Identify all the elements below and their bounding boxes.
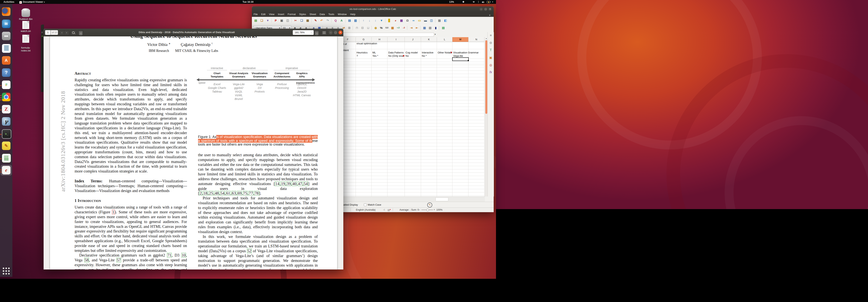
menu-insert[interactable]: Insert — [276, 12, 286, 16]
increase-indent-icon[interactable]: ⇥ — [409, 26, 414, 30]
dock-item-thunderbird[interactable]: ✉ — [0, 20, 12, 30]
freeze-rows-icon[interactable]: ◫ — [429, 18, 434, 23]
menu-file[interactable]: File — [252, 12, 259, 16]
cell-H3[interactable]: Yes * — [372, 54, 378, 58]
menu-format[interactable]: Format — [286, 12, 298, 16]
cell-M3[interactable]: Vega-lite — [453, 54, 463, 58]
calc-horizontal-scrollbar[interactable] — [436, 197, 448, 201]
search-button[interactable] — [71, 30, 76, 35]
autofilter-icon[interactable]: ▼ — [379, 18, 384, 23]
sort-icon[interactable]: ↕ — [373, 18, 378, 23]
background-color-icon[interactable]: ▮ — [433, 26, 438, 30]
clock[interactable]: Tue 16:30 — [243, 0, 254, 3]
format-currency-icon[interactable]: ◉ — [373, 26, 378, 30]
insert-comment-icon[interactable]: ▭ — [417, 18, 422, 23]
paste-icon[interactable]: ▩ — [305, 18, 310, 23]
styles-icon[interactable]: T — [488, 48, 494, 52]
dock-item-firefox[interactable] — [0, 7, 12, 18]
cell-K3[interactable]: No * — [421, 54, 427, 58]
cell-K2[interactable]: Interactive — [421, 51, 433, 54]
selection-mode-icon[interactable]: ▫I — [383, 208, 385, 211]
format-date-icon[interactable]: ▦ — [390, 26, 395, 30]
bluetooth-icon[interactable]: ᛒ — [478, 0, 479, 3]
cell-I2[interactable]: Data Patterns — [388, 51, 404, 54]
formula-bar-expand-icon[interactable]: ▼ — [434, 33, 436, 35]
add-decimal-icon[interactable]: +.0 — [396, 26, 401, 30]
desktop-icon-watch-on[interactable]: watch.on — [18, 21, 34, 33]
navigator-icon[interactable]: ◎ — [488, 63, 494, 67]
menu-tools[interactable]: Tools — [327, 12, 336, 16]
clone-formatting-icon[interactable]: ✎ — [313, 18, 318, 23]
cell-J3[interactable]: No — [405, 54, 409, 58]
insert-chart-icon[interactable]: ▊ — [387, 18, 392, 23]
menu-styles[interactable]: Styles — [298, 12, 308, 16]
dock-item-libreoffice-calc[interactable] — [0, 154, 12, 164]
calc-titlebar[interactable]: vis-tool-comparison.ods - LibreOffice Ca… — [252, 6, 494, 12]
copy-icon[interactable]: ❏ — [299, 18, 304, 23]
new-document-icon[interactable]: ▤ — [253, 18, 258, 23]
sort-descending-icon[interactable]: ↓ — [367, 18, 372, 23]
chevron-down-icon[interactable]: ▾ — [492, 0, 493, 3]
find-and-replace-icon[interactable]: ✎ — [427, 202, 432, 207]
menu-edit[interactable]: Edit — [259, 12, 267, 16]
column-header-H[interactable]: H — [372, 37, 388, 42]
cell-G1[interactable]: visual optimisation — [356, 42, 377, 45]
page-number-input[interactable]: 1 — [45, 30, 51, 35]
next-page-button[interactable]: › — [64, 30, 69, 35]
volume-muted-icon[interactable]: ◀✕ — [482, 0, 485, 4]
format-number-icon[interactable]: 0.0 — [384, 26, 389, 30]
calc-minimize-button[interactable]: – — [479, 7, 483, 11]
sidebar-toggle-icon[interactable]: ◧ — [443, 18, 448, 23]
cell-L2[interactable]: Other Notable — [437, 51, 452, 54]
align-bottom-icon[interactable]: ⊔ — [366, 26, 370, 30]
dock-item-zotero[interactable]: Z — [0, 105, 12, 115]
column-header-K[interactable]: K — [421, 37, 437, 42]
cell-M2[interactable]: Visualisation Grammar — [453, 51, 478, 54]
spelling-icon[interactable]: A — [339, 18, 344, 23]
vertical-scrollbar-thumb[interactable] — [485, 40, 487, 114]
fit-page-button[interactable] — [314, 30, 319, 35]
merge-cells-icon[interactable]: ⊞ — [347, 26, 352, 30]
column-header-M[interactable]: M — [453, 37, 468, 42]
open-icon[interactable]: ❏ — [259, 18, 264, 23]
column-header-J[interactable]: J — [405, 37, 421, 42]
undo-icon[interactable]: ↶ — [319, 18, 324, 23]
menu-window[interactable]: Window — [336, 12, 348, 16]
insert-row-icon[interactable]: ▤ — [347, 18, 352, 23]
pdf-headerbar[interactable]: 1 of 10 ‹ › Dibia and Demiralp - 2018 - … — [43, 29, 343, 37]
find-replace-icon[interactable]: Q — [333, 18, 338, 23]
zoom-percent[interactable]: 100% — [436, 208, 442, 211]
column-header-L[interactable]: L — [437, 37, 453, 42]
previous-page-button[interactable]: ‹ — [60, 30, 64, 35]
special-character-icon[interactable]: Ω — [405, 18, 410, 23]
menu-button[interactable] — [321, 30, 327, 35]
cell-G3[interactable]: ? — [356, 54, 358, 58]
menu-sheet[interactable]: Sheet — [308, 12, 318, 16]
cell-I3[interactable]: No (Only exam — [388, 54, 404, 58]
print-preview-icon[interactable]: ◫ — [285, 18, 290, 23]
document-modified-icon[interactable]: ▤* — [388, 208, 391, 211]
cut-icon[interactable]: ✂ — [293, 18, 298, 23]
headers-footers-icon[interactable]: ▬ — [423, 18, 428, 23]
statusbar-language[interactable]: English (Australia) — [356, 208, 375, 211]
format-percent-icon[interactable]: % — [379, 26, 383, 30]
dock-item-terminal[interactable]: >_ — [0, 129, 12, 139]
calc-maximize-button[interactable]: ▢ — [484, 7, 487, 11]
export-pdf-icon[interactable]: P — [273, 18, 278, 23]
scroll-up-arrow-icon[interactable]: ▲ — [485, 37, 488, 40]
hyperlink-icon[interactable]: ∞ — [411, 18, 416, 23]
zoom-in-button[interactable]: + — [434, 208, 435, 211]
dock-item-document-viewer[interactable]: e — [0, 166, 12, 176]
match-case-checkbox[interactable] — [364, 203, 367, 206]
calc-close-button[interactable]: ✕ — [489, 7, 492, 11]
sidebar-settings-icon[interactable]: ≡ — [488, 34, 494, 37]
dock-item-libreoffice-writer[interactable] — [0, 44, 12, 54]
menu-view[interactable]: View — [267, 12, 276, 16]
pdf-minimize-button[interactable]: – — [329, 31, 333, 34]
wifi-icon[interactable] — [472, 1, 475, 3]
selected-cell-M4[interactable] — [452, 57, 469, 61]
cell-H2[interactable]: ML — [372, 51, 376, 54]
column-header-N[interactable]: N — [468, 37, 485, 42]
redo-icon[interactable]: ↷ — [325, 18, 330, 23]
dock-item-notes[interactable]: ✎ — [0, 141, 12, 152]
